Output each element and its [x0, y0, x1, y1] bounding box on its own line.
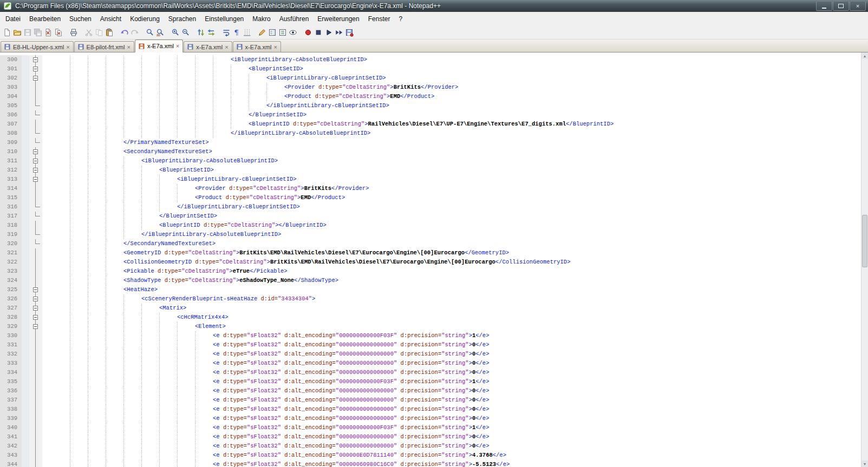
fold-collapse-icon[interactable] — [33, 57, 38, 62]
bookmark-margin[interactable] — [22, 350, 29, 359]
line-number[interactable]: 332 — [0, 350, 22, 359]
monitoring-button[interactable] — [288, 27, 298, 37]
fold-toggle[interactable] — [29, 64, 42, 74]
line-number[interactable]: 303 — [0, 83, 22, 92]
close-button[interactable]: × — [850, 1, 866, 11]
code-line[interactable]: 330<e d:type="sFloat32" d:alt_encoding="… — [0, 331, 861, 340]
code-line[interactable]: 312<BlueprintSetID> — [0, 166, 861, 175]
fold-toggle[interactable] — [29, 313, 42, 322]
bookmark-margin[interactable] — [22, 221, 29, 230]
bookmark-margin[interactable] — [22, 212, 29, 221]
tab-close-button[interactable]: × — [273, 44, 278, 50]
menu-item-kodierung[interactable]: Kodierung — [126, 13, 164, 25]
code-line[interactable]: 313<iBlueprintLibrary-cBlueprintSetID> — [0, 175, 861, 184]
minimize-button[interactable] — [816, 1, 832, 11]
scrollbar-down-arrow[interactable]: ▼ — [862, 461, 868, 467]
bookmark-margin[interactable] — [22, 55, 29, 64]
run-macro-multiple-times-button[interactable] — [334, 27, 344, 37]
code-area[interactable]: 300<iBlueprintLibrary-cAbsoluteBlueprint… — [0, 52, 861, 467]
line-number[interactable]: 326 — [0, 294, 22, 304]
code-text[interactable]: <e d:type="sFloat32" d:alt_encoding="000… — [42, 377, 861, 386]
line-number[interactable]: 301 — [0, 64, 22, 74]
tab-close-button[interactable]: × — [224, 44, 229, 50]
code-text[interactable]: </PrimaryNamedTextureSet> — [42, 138, 861, 147]
line-number[interactable]: 300 — [0, 55, 22, 64]
line-number[interactable]: 319 — [0, 230, 22, 239]
function-list-button[interactable] — [277, 27, 288, 37]
sync-vertical-scrolling-button[interactable] — [195, 27, 206, 37]
line-number[interactable]: 333 — [0, 359, 22, 368]
code-text[interactable]: <Product d:type="cDeltaString">EMD</Prod… — [42, 193, 861, 202]
bookmark-margin[interactable] — [22, 322, 29, 331]
bookmark-margin[interactable] — [22, 451, 29, 460]
copy-button[interactable] — [94, 27, 104, 37]
code-text[interactable]: <Element> — [42, 322, 861, 331]
code-text[interactable]: <e d:type="sFloat32" d:alt_encoding="000… — [42, 414, 861, 423]
code-text[interactable]: <e d:type="sFloat32" d:alt_encoding="000… — [42, 359, 861, 368]
line-number[interactable]: 313 — [0, 175, 22, 184]
scrollbar-up-arrow[interactable]: ▲ — [862, 52, 868, 59]
line-number[interactable]: 334 — [0, 368, 22, 377]
code-line[interactable]: 324<ShadowType d:type="cDeltaString">eSh… — [0, 276, 861, 285]
fold-collapse-icon[interactable] — [33, 159, 38, 163]
fold-toggle[interactable] — [29, 294, 42, 304]
line-number[interactable]: 305 — [0, 101, 22, 110]
tab-x-e7a-xml[interactable]: x-E7a.xml× — [135, 40, 183, 52]
line-number[interactable]: 312 — [0, 166, 22, 175]
code-text[interactable]: <e d:type="sFloat32" d:alt_encoding="000… — [42, 386, 861, 396]
playback-macro-button[interactable] — [323, 27, 334, 37]
line-number[interactable]: 330 — [0, 331, 22, 340]
title-bar[interactable]: C:\Program Files (x86)\Steam\steamapps\c… — [0, 0, 868, 12]
code-text[interactable]: </iBlueprintLibrary-cBlueprintSetID> — [42, 202, 861, 212]
fold-toggle[interactable] — [29, 285, 42, 294]
code-text[interactable]: <e d:type="sFloat32" d:alt_encoding="000… — [42, 405, 861, 414]
code-line[interactable]: 332<e d:type="sFloat32" d:alt_encoding="… — [0, 350, 861, 359]
code-text[interactable]: <BlueprintID d:type="cDeltaString">RailV… — [42, 120, 861, 129]
code-line[interactable]: 309</PrimaryNamedTextureSet> — [0, 138, 861, 147]
code-text[interactable]: <cHcRMatrix4x4> — [42, 313, 861, 322]
line-number[interactable]: 327 — [0, 304, 22, 313]
bookmark-margin[interactable] — [22, 230, 29, 239]
line-number[interactable]: 341 — [0, 432, 22, 442]
bookmark-margin[interactable] — [22, 359, 29, 368]
code-line[interactable]: 319</iBlueprintLibrary-cAbsoluteBlueprin… — [0, 230, 861, 239]
bookmark-margin[interactable] — [22, 432, 29, 442]
code-line[interactable]: 307<BlueprintID d:type="cDeltaString">Ra… — [0, 120, 861, 129]
code-line[interactable]: 339<e d:type="sFloat32" d:alt_encoding="… — [0, 414, 861, 423]
bookmark-margin[interactable] — [22, 239, 29, 248]
tab-close-button[interactable]: × — [175, 43, 180, 49]
bookmark-margin[interactable] — [22, 258, 29, 267]
code-text[interactable]: <iBlueprintLibrary-cAbsoluteBlueprintID> — [42, 156, 861, 166]
tab-x-e7a-xml[interactable]: x-E7a.xml× — [233, 41, 281, 52]
fold-collapse-icon[interactable] — [33, 315, 38, 320]
maximize-button[interactable] — [833, 1, 849, 11]
zoom-in-button[interactable] — [170, 27, 180, 37]
code-line[interactable]: 337<e d:type="sFloat32" d:alt_encoding="… — [0, 396, 861, 405]
code-text[interactable]: <Pickable d:type="cDeltaString">eTrue</P… — [42, 267, 861, 276]
paste-button[interactable] — [104, 27, 114, 37]
line-number[interactable]: 302 — [0, 74, 22, 83]
line-number[interactable]: 325 — [0, 285, 22, 294]
line-number[interactable]: 343 — [0, 451, 22, 460]
fold-toggle[interactable] — [29, 74, 42, 83]
code-line[interactable]: 300<iBlueprintLibrary-cAbsoluteBlueprint… — [0, 55, 861, 64]
replace-button[interactable]: ab — [155, 27, 165, 37]
code-line[interactable]: 342<e d:type="sFloat32" d:alt_encoding="… — [0, 442, 861, 451]
line-number[interactable]: 338 — [0, 405, 22, 414]
code-line[interactable]: 315<Product d:type="cDeltaString">EMD</P… — [0, 193, 861, 202]
fold-collapse-icon[interactable] — [33, 297, 38, 301]
line-number[interactable]: 321 — [0, 248, 22, 258]
code-line[interactable]: 343<e d:type="sFloat32" d:alt_encoding="… — [0, 451, 861, 460]
code-text[interactable]: </iBlueprintLibrary-cAbsoluteBlueprintID… — [42, 230, 861, 239]
line-number[interactable]: 339 — [0, 414, 22, 423]
code-text[interactable]: <GeometryID d:type="cDeltaString">BritKi… — [42, 248, 861, 258]
redo-button[interactable] — [129, 27, 140, 37]
code-line[interactable]: 304<Product d:type="cDeltaString">EMD</P… — [0, 92, 861, 101]
code-line[interactable]: 336<e d:type="sFloat32" d:alt_encoding="… — [0, 386, 861, 396]
menu-item-ausführen[interactable]: Ausführen — [275, 13, 314, 25]
line-number[interactable]: 323 — [0, 267, 22, 276]
bookmark-margin[interactable] — [22, 294, 29, 304]
fold-collapse-icon[interactable] — [33, 149, 38, 154]
code-text[interactable]: </iBlueprintLibrary-cBlueprintSetID> — [42, 101, 861, 110]
line-number[interactable]: 336 — [0, 386, 22, 396]
